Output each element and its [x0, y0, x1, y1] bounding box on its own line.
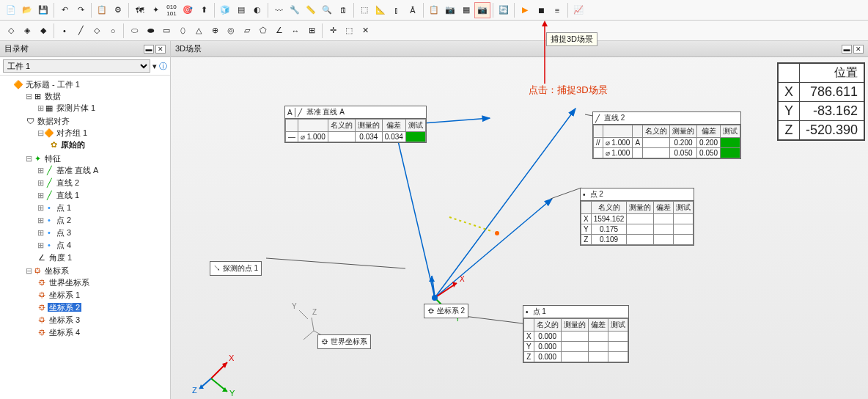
cross-button[interactable]: ✕ — [357, 23, 373, 39]
align-button[interactable]: ⬆ — [196, 2, 212, 18]
callout-world-cs[interactable]: ⯐ 世界坐标系 — [317, 334, 371, 349]
chart-button[interactable]: 📈 — [570, 2, 586, 18]
torus-button[interactable]: ◎ — [223, 23, 239, 39]
pos-y: -83.162 — [799, 102, 864, 121]
workpiece-select[interactable]: 工件 1 — [3, 59, 150, 73]
dist-tool-button[interactable]: ↔ — [287, 23, 304, 39]
tree-align[interactable]: 🛡数据对齐 ⊟🔶对齐组 1 ✿原始的 — [23, 115, 167, 153]
new-file-button[interactable]: 📄 — [3, 2, 19, 18]
angle-tool-button[interactable]: ∠ — [271, 23, 287, 39]
svg-line-11 — [266, 258, 405, 268]
tree-root[interactable]: 🔶无标题 - 工件 1 ⊟⊞数据 ⊞▦探测片体 1 🛡数据对齐 ⊟🔶对齐组 1 … — [12, 78, 169, 340]
frame-button[interactable]: ⬚ — [341, 23, 357, 39]
data-button[interactable]: 010101 — [163, 2, 180, 18]
measure-button[interactable]: 📏 — [303, 2, 319, 18]
cube-button[interactable]: 🧊 — [217, 2, 233, 18]
ruler-button[interactable]: 📐 — [372, 2, 389, 18]
plane-tool-button[interactable]: ◇ — [89, 23, 105, 39]
tree-angle1[interactable]: ∠角度 1 — [35, 252, 166, 264]
slice-button[interactable]: ◐ — [249, 2, 265, 18]
redo-button[interactable]: ↷ — [73, 2, 89, 18]
viewport-min-button[interactable]: ▬ — [842, 45, 852, 54]
pattern-button[interactable]: ⊞ — [304, 23, 320, 39]
cone-button[interactable]: △ — [191, 23, 207, 39]
play-button[interactable]: ▶ — [517, 2, 533, 18]
wrench-button[interactable]: 🔧 — [287, 2, 303, 18]
tree-pt4[interactable]: ⊞•点 4 — [35, 239, 166, 252]
viewport-close-button[interactable]: ✕ — [853, 45, 864, 54]
rect-button[interactable]: ▭ — [158, 23, 174, 39]
sphere-button[interactable]: ⊕ — [207, 23, 223, 39]
refresh-button[interactable]: 🔄 — [496, 2, 512, 18]
tree-line2[interactable]: ⊞╱直线 2 — [35, 177, 166, 189]
cylinder-button[interactable]: ⬯ — [174, 23, 191, 39]
svg-point-22 — [432, 295, 438, 301]
callout-pt1[interactable]: •点 1 名义的测量的偏差测试 X0.000 Y0.000 Z0.000 — [523, 305, 629, 363]
circle-tool-button[interactable]: ○ — [105, 23, 121, 39]
tree-datum-a[interactable]: ⊞╱基准 直线 A — [35, 164, 166, 177]
stop-button[interactable]: ⏹ — [533, 2, 549, 18]
sidebar-close-button[interactable]: ✕ — [155, 45, 166, 54]
snapshot-button[interactable]: 📷 — [442, 2, 458, 18]
list-button[interactable]: ≡ — [549, 2, 565, 18]
sidebar-header: 目录树 ▬✕ — [0, 41, 170, 57]
svg-text:Y: Y — [292, 302, 297, 310]
star-button[interactable]: ✦ — [147, 2, 163, 18]
target-button[interactable]: 🎯 — [180, 2, 196, 18]
line-tool-button[interactable]: ╱ — [73, 23, 89, 39]
feature-tree[interactable]: 🔶无标题 - 工件 1 ⊟⊞数据 ⊞▦探测片体 1 🛡数据对齐 ⊟🔶对齐组 1 … — [0, 76, 170, 399]
viewport-3d[interactable]: 3D场景 ▬✕ 捕捉3D场景 点击：捕捉3D场景 — [171, 41, 868, 399]
surf-button[interactable]: ▱ — [239, 23, 255, 39]
tree-cs1[interactable]: ⯐坐标系 1 — [35, 289, 166, 301]
callout-pt2[interactable]: •点 2 名义的测量的偏差测试 X1594.162 Y0.175 Z0.109 — [580, 188, 694, 246]
curve-button[interactable]: 〰 — [271, 2, 287, 18]
poly-button[interactable]: ⬠ — [255, 23, 271, 39]
undo-button[interactable]: ↶ — [56, 2, 73, 18]
settings-button[interactable]: ⚙ — [110, 2, 126, 18]
properties-button[interactable]: 📋 — [94, 2, 110, 18]
shape3-button[interactable]: ◆ — [35, 23, 51, 39]
tree-probe-body[interactable]: ⊞▦探测片体 1 — [35, 102, 166, 114]
tree-pt2[interactable]: ⊞•点 2 — [35, 214, 166, 227]
axis-button[interactable]: ✛ — [325, 23, 341, 39]
tree-original[interactable]: ✿原始的 — [47, 139, 164, 151]
svg-line-29 — [299, 310, 308, 319]
tree-pt1[interactable]: ⊞•点 1 — [35, 202, 166, 214]
tree-data[interactable]: ⊟⊞数据 ⊞▦探测片体 1 — [23, 90, 167, 115]
tree-cs3[interactable]: ⯐坐标系 3 — [35, 314, 166, 326]
tree-line1[interactable]: ⊞╱直线 1 — [35, 189, 166, 202]
grid-button[interactable]: ▦ — [458, 2, 474, 18]
tree-coord[interactable]: ⊟⯐坐标系 ⯐世界坐标系 ⯐坐标系 1 ⯐坐标系 2 ⯐坐标系 3 ⯐坐标系 4 — [23, 265, 167, 340]
callout-datum-line-a[interactable]: A╱基准 直线 A 名义的测量的偏差测试 —⌀ 1.0000.0340.034 — [284, 106, 427, 143]
clipboard-button[interactable]: 📋 — [426, 2, 442, 18]
point-tool-button[interactable]: • — [56, 23, 73, 39]
save-button[interactable]: 💾 — [35, 2, 51, 18]
shape1-button[interactable]: ◇ — [3, 23, 19, 39]
select-button[interactable]: ⬚ — [356, 2, 372, 18]
capture-3d-scene-button[interactable]: 📷 — [474, 2, 490, 18]
tree-cs4[interactable]: ⯐坐标系 4 — [35, 326, 166, 339]
zoom-button[interactable]: 🔍 — [319, 2, 335, 18]
ellipse-button[interactable]: ⬬ — [142, 23, 158, 39]
open-file-button[interactable]: 📂 — [19, 2, 35, 18]
tree-world[interactable]: ⯐世界坐标系 — [35, 277, 166, 289]
svg-line-4 — [394, 125, 435, 298]
tree-expand-button[interactable]: ▾ — [152, 62, 157, 71]
shape2-button[interactable]: ◈ — [19, 23, 35, 39]
callout-probed-pt1[interactable]: ↘ 探测的点 1 — [210, 261, 262, 276]
callout-cs2[interactable]: ⯐ 坐标系 2 — [424, 304, 468, 318]
tree-cs2[interactable]: ⯐坐标系 2 — [35, 301, 166, 314]
sidebar-min-button[interactable]: ▬ — [144, 45, 154, 54]
svg-line-25 — [312, 318, 314, 331]
compass-button[interactable]: Å — [405, 2, 421, 18]
layers-button[interactable]: ▤ — [233, 2, 249, 18]
slot-button[interactable]: ⬭ — [126, 23, 142, 39]
tree-features[interactable]: ⊟✦特征 ⊞╱基准 直线 A ⊞╱直线 2 ⊞╱直线 1 ⊞•点 1 ⊞•点 2… — [23, 153, 167, 265]
probe-button[interactable]: 🗺 — [131, 2, 147, 18]
tree-info-button[interactable]: ⓘ — [159, 61, 167, 72]
callout-line2[interactable]: ╱直线 2 名义的测量的偏差测试 //⌀ 1.000A0.2000.200 ⌀ … — [592, 111, 741, 159]
calc-button[interactable]: 🗓 — [335, 2, 351, 18]
tree-align-group[interactable]: ⊟🔶对齐组 1 ✿原始的 — [35, 127, 166, 152]
section-button[interactable]: ⫿ — [389, 2, 405, 18]
tree-pt3[interactable]: ⊞•点 3 — [35, 227, 166, 239]
